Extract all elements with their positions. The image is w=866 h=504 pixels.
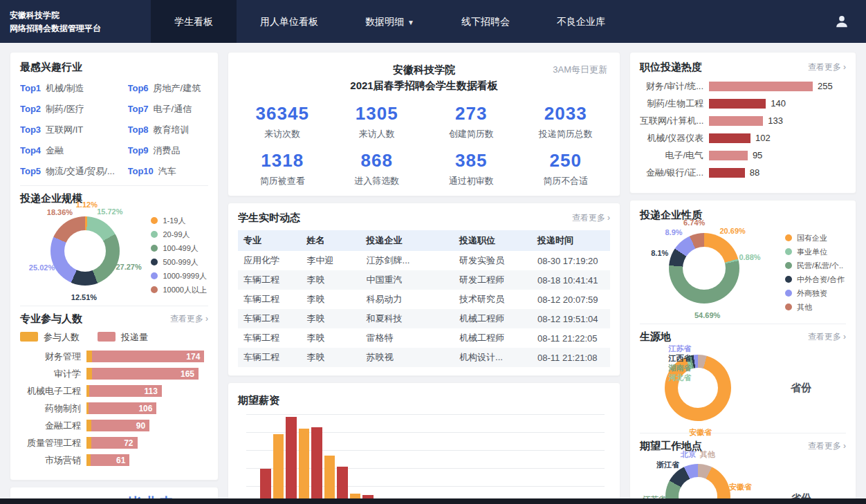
stat-item: 385通过初审数 <box>427 150 516 187</box>
donut-slice-label: 安徽省 <box>729 482 752 492</box>
nav-tab[interactable]: 不良企业库 <box>533 0 629 43</box>
table-row: 车辆工程李映苏映视机构设计...08-11 21:21:08 <box>238 348 610 367</box>
expected-location-section: 期望工作地点 查看更多› 其他安徽省上海江苏省浙江省北京 省份 <box>640 440 846 504</box>
delivery-bar: 113 <box>89 385 162 397</box>
donut-slice-label: 江西省 <box>668 353 691 363</box>
stat-item: 250简历不合适 <box>522 150 611 187</box>
company-nature-chart: 20.69%0.88%54.69%8.1%8.9%6.74% 国有企业事业单位民… <box>640 227 846 317</box>
heat-bar <box>709 133 750 143</box>
bar-row: 金融/银行/证...88 <box>640 167 846 178</box>
heat-bar <box>709 151 748 160</box>
heat-bar <box>709 116 763 126</box>
activity-more-link[interactable]: 查看更多› <box>572 212 610 224</box>
legend-item: 外商独资 <box>785 288 845 299</box>
donut-slice-label: 8.9% <box>665 228 682 236</box>
legend-item: 民营/私营/个.. <box>785 261 845 271</box>
donut-slice-label: 8.1% <box>651 249 668 257</box>
table-header: 专业 <box>238 230 301 251</box>
donut-slice-label: 18.36% <box>47 208 73 216</box>
chevron-down-icon: ▼ <box>407 19 414 26</box>
table-header: 投递职位 <box>454 230 532 251</box>
legend-item: 1-19人 <box>151 216 207 226</box>
bar-row: 机械/仪器仪表102 <box>640 133 846 143</box>
right-column: 职位投递热度 查看更多› 财务/审计/统...255制药/生物工程140互联网/… <box>629 52 856 504</box>
table-row: 车辆工程李映中国重汽研发工程师08-18 10:41:41 <box>238 270 610 290</box>
industry-item: Top2制药/医疗 <box>20 103 122 115</box>
donut-slice-label: 15.72% <box>97 207 122 216</box>
donut: 20.69%0.88%54.69%8.1%8.9%6.74% <box>669 233 739 304</box>
delivery-bar: 106 <box>89 402 157 414</box>
donut-legend: 1-19人20-99人100-499人500-999人1000-9999人100… <box>151 212 208 299</box>
histogram-plot <box>246 414 605 504</box>
user-avatar-icon[interactable] <box>834 14 849 29</box>
stat-item: 36345来访次数 <box>238 103 327 140</box>
activity-panel: 学生实时动态 查看更多› 专业姓名投递企业投递职位投递时间应用化学李中迎江苏剑牌… <box>228 203 620 376</box>
nav-tab[interactable]: 用人单位看板 <box>237 0 342 43</box>
divider <box>20 185 208 186</box>
donut-slice-label: 25.02% <box>29 263 55 272</box>
stat-item: 273创建简历数 <box>427 103 516 140</box>
delivery-bar: 90 <box>91 420 149 431</box>
table-row: 车辆工程李映和夏科技机械工程师08-12 19:51:04 <box>238 309 610 328</box>
origin-section: 生源地 查看更多› 安徽省江苏省江西省湖南省河北省 省份 <box>640 330 846 427</box>
position-heat-more-link[interactable]: 查看更多› <box>808 62 846 73</box>
donut-legend: 国有企业事业单位民营/私营/个..中外合资/合作外商独资其他 <box>785 230 846 316</box>
participant-bar <box>86 420 91 431</box>
interest-industries-section: 最感兴趣行业 Top1机械/制造Top2制药/医疗Top3互联网/ITTop4金… <box>20 61 208 179</box>
donut-slice-label: 0.88% <box>739 253 760 261</box>
position-heat-chart: 财务/审计/统...255制药/生物工程140互联网/计算机...133机械/仪… <box>640 81 846 178</box>
bar-row: 制药/生物工程140 <box>640 98 846 109</box>
company-size-donut: 1.12%15.72%27.27%12.51%25.02%18.36% <box>20 211 150 299</box>
legend-item: 1000-9999人 <box>151 271 207 281</box>
industry-item: Top3互联网/IT <box>20 124 122 136</box>
nav-tab[interactable]: 线下招聘会 <box>438 0 533 43</box>
divider <box>20 306 208 306</box>
legend-item: 国有企业 <box>785 233 845 243</box>
major-participation-chart: 参与人数投递量财务管理174审计学165机械电子工程113药物制剂106金融工程… <box>20 331 208 466</box>
histogram-bar <box>324 456 335 504</box>
center-column: 3AM每日更新 安徽科技学院 2021届春季招聘会学生数据看板 36345来访次… <box>228 52 620 504</box>
donut-slice-label: 20.69% <box>719 227 745 235</box>
nav-tab[interactable]: 数据明细▼ <box>342 0 438 43</box>
divider <box>640 433 846 433</box>
delivery-bar: 72 <box>91 437 138 449</box>
industry-item: Top9消费品 <box>128 144 208 157</box>
salary-title: 期望薪资 <box>238 394 279 407</box>
donut-slice-label: 6.74% <box>683 218 705 227</box>
industry-item: Top4金融 <box>20 144 122 157</box>
donut-slice-label: 其他 <box>700 449 715 459</box>
top-nav: 安徽科技学院 网络招聘会数据管理平台 学生看板用人单位看板数据明细▼线下招聘会不… <box>0 0 866 43</box>
histogram-bar <box>273 434 284 504</box>
position-heat-panel: 职位投递热度 查看更多› 财务/审计/统...255制药/生物工程140互联网/… <box>629 52 856 194</box>
donut-small-labels: 江苏省江西省湖南省河北省 <box>668 344 691 382</box>
company-nature-section: 投递企业性质 20.69%0.88%54.69%8.1%8.9%6.74% 国有… <box>640 209 846 317</box>
industry-item: Top5物流/交通/贸易/... <box>20 165 122 178</box>
table-header: 姓名 <box>301 230 360 251</box>
industry-item: Top1机械/制造 <box>20 82 122 95</box>
position-heat-title: 职位投递热度 <box>640 61 702 74</box>
donut-slice-label: 湖南省 <box>668 363 691 373</box>
right-lower-panel: 投递企业性质 20.69%0.88%54.69%8.1%8.9%6.74% 国有… <box>629 200 856 504</box>
major-more-link[interactable]: 查看更多› <box>170 313 208 325</box>
donut-slice-label: 北京 <box>681 449 696 459</box>
stat-item: 2033投递简历总数 <box>522 103 611 140</box>
left-panel: 最感兴趣行业 Top1机械/制造Top2制药/医疗Top3互联网/ITTop4金… <box>10 52 219 480</box>
donut-slice-label: 12.51% <box>71 293 97 301</box>
brand-line2: 网络招聘会数据管理平台 <box>10 22 151 35</box>
interest-industries-title: 最感兴趣行业 <box>20 61 82 74</box>
legend-item: 100-499人 <box>151 243 207 254</box>
stat-item: 1318简历被查看 <box>238 150 327 187</box>
legend-item: 参与人数 <box>20 331 80 344</box>
legend-item: 20-99人 <box>151 230 207 240</box>
origin-more-link[interactable]: 查看更多› <box>808 331 846 343</box>
legend-item: 投递量 <box>98 331 148 344</box>
histogram-bar <box>311 427 322 504</box>
table-row: 车辆工程李映科易动力技术研究员08-12 20:07:59 <box>238 290 610 309</box>
nav-tab[interactable]: 学生看板 <box>151 0 237 43</box>
company-size-section: 投递企业规模 1.12%15.72%27.27%12.51%25.02%18.3… <box>20 192 208 299</box>
bar-row: 财务管理174 <box>20 351 208 362</box>
salary-panel: 期望薪资 30006000900012000150001800021000240… <box>228 382 620 504</box>
donut: 安徽省江苏省江西省湖南省河北省 <box>665 355 731 421</box>
bar-row: 财务/审计/统...255 <box>640 81 846 91</box>
expected-location-more-link[interactable]: 查看更多› <box>808 440 846 452</box>
